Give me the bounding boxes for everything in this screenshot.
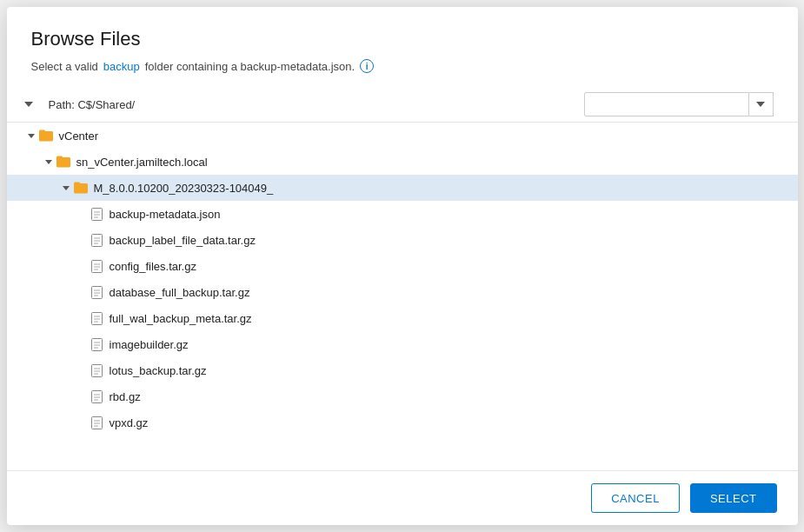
tree-item[interactable]: backup_label_file_data.tar.gz bbox=[7, 227, 798, 253]
tree-item[interactable]: vpxd.gz bbox=[7, 409, 798, 436]
tree-item[interactable]: config_files.tar.gz bbox=[7, 253, 798, 279]
file-icon bbox=[90, 285, 104, 299]
path-dropdown-button[interactable] bbox=[749, 92, 774, 116]
tree-item-label: backup_label_file_data.tar.gz bbox=[110, 234, 256, 247]
path-input-wrapper bbox=[584, 92, 774, 116]
info-icon[interactable]: i bbox=[360, 59, 374, 73]
folder-icon bbox=[56, 154, 71, 170]
subtitle-highlight: backup bbox=[103, 60, 140, 73]
path-toggle[interactable] bbox=[24, 102, 33, 107]
file-icon bbox=[90, 363, 104, 377]
chevron-sm-down-icon bbox=[45, 160, 52, 164]
tree-item[interactable]: imagebuilder.gz bbox=[7, 331, 798, 357]
chevron-down-icon bbox=[24, 102, 33, 107]
tree-item-label: M_8.0.0.10200_20230323-104049_ bbox=[94, 182, 274, 195]
subtitle-rest: folder containing a backup-metadata.json… bbox=[145, 60, 355, 73]
dialog-header: Browse Files Select a valid backup folde… bbox=[7, 7, 798, 83]
file-tree: vCenter sn_vCenter.jamiltech.local bbox=[7, 122, 798, 471]
tree-toggle[interactable] bbox=[24, 129, 38, 143]
file-icon bbox=[90, 389, 104, 403]
dropdown-arrow-icon bbox=[756, 102, 765, 107]
folder-icon bbox=[73, 180, 89, 196]
subtitle-prefix: Select a valid bbox=[31, 60, 98, 73]
tree-item[interactable]: rbd.gz bbox=[7, 383, 798, 409]
file-icon bbox=[90, 416, 104, 429]
tree-item-label: vCenter bbox=[59, 130, 99, 143]
browse-files-dialog: Browse Files Select a valid backup folde… bbox=[7, 7, 798, 525]
tree-item-label: backup-metadata.json bbox=[110, 208, 221, 221]
tree-item-label: sn_vCenter.jamiltech.local bbox=[76, 156, 208, 169]
tree-item[interactable]: sn_vCenter.jamiltech.local bbox=[7, 149, 798, 175]
tree-item-label: rbd.gz bbox=[110, 390, 141, 403]
tree-item-label: config_files.tar.gz bbox=[110, 260, 196, 273]
tree-item-label: imagebuilder.gz bbox=[110, 338, 189, 351]
tree-toggle[interactable] bbox=[42, 155, 56, 169]
cancel-button[interactable]: CANCEL bbox=[591, 483, 680, 513]
tree-item[interactable]: database_full_backup.tar.gz bbox=[7, 279, 798, 305]
tree-item[interactable]: backup-metadata.json bbox=[7, 201, 798, 227]
tree-item-label: database_full_backup.tar.gz bbox=[110, 286, 250, 299]
tree-item[interactable]: full_wal_backup_meta.tar.gz bbox=[7, 305, 798, 331]
file-icon bbox=[90, 233, 104, 247]
folder-icon bbox=[38, 128, 54, 143]
dialog-title: Browse Files bbox=[31, 28, 774, 50]
tree-item-label: lotus_backup.tar.gz bbox=[110, 364, 207, 377]
dialog-subtitle: Select a valid backup folder containing … bbox=[31, 59, 774, 73]
path-input[interactable] bbox=[584, 92, 749, 116]
tree-item[interactable]: M_8.0.0.10200_20230323-104049_ bbox=[7, 175, 798, 201]
tree-item[interactable]: vCenter bbox=[7, 123, 798, 149]
dialog-body: Path: C$/Shared/ vCenter bbox=[7, 83, 798, 471]
tree-toggle[interactable] bbox=[59, 181, 73, 195]
tree-item[interactable]: lotus_backup.tar.gz bbox=[7, 357, 798, 383]
select-button[interactable]: SELECT bbox=[690, 483, 777, 513]
path-label: Path: C$/Shared/ bbox=[49, 98, 136, 111]
chevron-sm-down-icon bbox=[28, 134, 35, 138]
file-icon bbox=[90, 311, 104, 325]
dialog-footer: CANCEL SELECT bbox=[7, 471, 798, 525]
file-icon bbox=[90, 207, 104, 221]
tree-item-label: full_wal_backup_meta.tar.gz bbox=[110, 312, 252, 325]
file-icon bbox=[90, 259, 104, 273]
chevron-sm-down-icon bbox=[63, 186, 70, 190]
file-icon bbox=[90, 337, 104, 351]
tree-item-label: vpxd.gz bbox=[110, 416, 149, 429]
path-bar: Path: C$/Shared/ bbox=[7, 83, 798, 122]
